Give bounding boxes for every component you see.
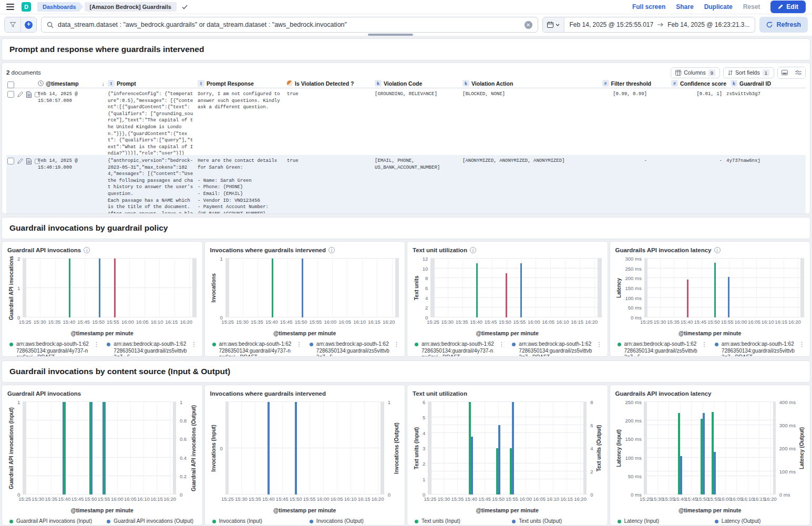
- plot-area[interactable]: [430, 259, 602, 317]
- columns-button[interactable]: Columns 9: [671, 67, 720, 78]
- chart-bar[interactable]: [103, 402, 105, 494]
- plot-area[interactable]: [427, 402, 587, 494]
- plot-area[interactable]: [225, 259, 399, 317]
- legend-item[interactable]: Text units (Output): [512, 518, 602, 525]
- legend-menu-icon[interactable]: ⋮: [596, 341, 602, 357]
- legend-menu-icon[interactable]: ⋮: [702, 341, 707, 357]
- edit-row-icon[interactable]: [17, 158, 24, 164]
- chart-bar[interactable]: [64, 402, 65, 494]
- duplicate-link[interactable]: Duplicate: [704, 3, 733, 11]
- chart-bar[interactable]: [268, 402, 270, 494]
- share-link[interactable]: Share: [676, 3, 693, 11]
- row-checkbox[interactable]: [7, 91, 14, 98]
- sort-desc-icon[interactable]: ↓: [102, 80, 108, 87]
- chart-bar[interactable]: [498, 425, 500, 494]
- plot-area[interactable]: [644, 402, 776, 494]
- legend-item[interactable]: Invocations (Output): [310, 518, 399, 525]
- display-settings-button[interactable]: [792, 67, 805, 78]
- column-header-violation-code[interactable]: kViolation Code: [375, 80, 462, 87]
- legend-menu-icon[interactable]: ⋮: [499, 341, 505, 357]
- full-screen-link[interactable]: Full screen: [632, 3, 665, 11]
- legend-item[interactable]: arn:aws:bedrock:ap-south-1:627286350134:…: [715, 341, 805, 357]
- chart-bar[interactable]: [114, 259, 116, 317]
- edit-button[interactable]: Edit: [770, 1, 806, 13]
- chart-bar[interactable]: [69, 259, 70, 317]
- info-icon[interactable]: i: [84, 247, 90, 253]
- chart-bar[interactable]: [90, 402, 91, 494]
- chart-bar[interactable]: [99, 259, 100, 317]
- menu-icon[interactable]: [6, 4, 14, 10]
- column-header-timestamp[interactable]: @timestamp ↓: [38, 80, 108, 87]
- chart-bar[interactable]: [512, 402, 514, 494]
- clear-query-icon[interactable]: ✕: [525, 21, 532, 29]
- legend-item[interactable]: arn:aws:bedrock:ap-south-1:627286350134:…: [9, 341, 99, 357]
- legend-item[interactable]: Latency (Output): [715, 518, 805, 525]
- column-header-response[interactable]: tPrompt Response: [198, 80, 287, 87]
- column-header-filter-threshold[interactable]: #Filter threshold: [599, 80, 651, 87]
- chart-bar[interactable]: [728, 277, 729, 317]
- calendar-button[interactable]: [543, 17, 564, 32]
- select-all-checkbox[interactable]: [7, 81, 14, 88]
- chart-bar[interactable]: [714, 452, 716, 494]
- legend-item[interactable]: arn:aws:bedrock:ap-south-1:627286350134:…: [512, 341, 602, 357]
- view-document-icon[interactable]: [25, 91, 32, 98]
- chart-bar[interactable]: [506, 273, 507, 317]
- legend-item[interactable]: Invocations (Input): [212, 518, 302, 525]
- breadcrumb-current[interactable]: [Amazon Bedrock] Guardrails: [85, 2, 177, 12]
- chart-bar[interactable]: [680, 456, 682, 494]
- filter-menu-button[interactable]: [5, 17, 20, 32]
- column-header-violation-action[interactable]: kViolation Action: [462, 80, 599, 87]
- legend-menu-icon[interactable]: ⋮: [296, 341, 302, 357]
- add-filter-button[interactable]: +: [20, 17, 36, 32]
- fullscreen-table-button[interactable]: [778, 67, 792, 78]
- search-input[interactable]: data_stream.dataset : "aws_bedrock.guard…: [41, 17, 538, 33]
- legend-menu-icon[interactable]: ⋮: [191, 341, 197, 357]
- view-document-icon[interactable]: [25, 158, 32, 164]
- legend-item[interactable]: arn:aws:bedrock:ap-south-1:627286350134:…: [212, 341, 302, 357]
- refresh-button[interactable]: Refresh: [759, 17, 808, 33]
- reset-link[interactable]: Reset: [743, 3, 760, 11]
- edit-row-icon[interactable]: [17, 91, 24, 98]
- chart-bar[interactable]: [272, 259, 273, 317]
- column-header-confidence-score[interactable]: #Confidence score: [651, 80, 726, 87]
- sort-fields-button[interactable]: Sort fields 1: [723, 67, 774, 78]
- legend-menu-icon[interactable]: ⋮: [94, 341, 99, 357]
- y-axis-tick: 0: [180, 492, 182, 498]
- legend-item[interactable]: arn:aws:bedrock:ap-south-1:627286350134:…: [618, 341, 707, 357]
- legend-item[interactable]: Guardrail API invocations (Output): [107, 518, 197, 525]
- chart-bar[interactable]: [476, 263, 478, 317]
- legend-item[interactable]: arn:aws:bedrock:ap-south-1:627286350134:…: [310, 341, 399, 357]
- column-header-guardrail-id[interactable]: kGuardrail ID: [726, 80, 810, 87]
- x-axis-tick: 15:25: [18, 496, 31, 502]
- chart-bar[interactable]: [302, 259, 303, 317]
- column-header-violation-detected[interactable]: Is Violation Detected ?: [287, 80, 375, 87]
- horizontal-scrollbar[interactable]: [368, 34, 413, 36]
- legend-menu-icon[interactable]: ⋮: [799, 341, 805, 357]
- chart-bar[interactable]: [471, 437, 473, 494]
- date-from[interactable]: Feb 14, 2025 @ 15:25:55.017: [570, 21, 654, 28]
- row-checkbox[interactable]: [7, 158, 14, 164]
- chart-bar[interactable]: [703, 413, 705, 494]
- column-header-prompt[interactable]: tPrompt: [108, 80, 198, 87]
- info-icon[interactable]: i: [714, 247, 721, 253]
- app-logo[interactable]: D: [22, 2, 31, 12]
- y-axis-title: Guardrail API invocations: [8, 256, 14, 320]
- chart-bar[interactable]: [295, 402, 297, 494]
- info-icon[interactable]: i: [328, 247, 335, 253]
- breadcrumb-dashboards[interactable]: Dashboards: [37, 2, 84, 12]
- chart-bar[interactable]: [687, 280, 688, 317]
- legend-item[interactable]: Latency (Input): [618, 518, 707, 525]
- plot-area[interactable]: [644, 259, 805, 317]
- date-to[interactable]: Feb 14, 2025 @ 16:23:21.3...: [667, 21, 749, 28]
- legend-item[interactable]: arn:aws:bedrock:ap-south-1:627286350134:…: [415, 341, 505, 357]
- plot-area[interactable]: [225, 402, 385, 494]
- legend-menu-icon[interactable]: ⋮: [394, 341, 399, 357]
- legend-item[interactable]: Text units (Input): [415, 518, 505, 525]
- legend-item[interactable]: Guardrail API invocations (Input): [9, 518, 99, 525]
- chart-bar[interactable]: [520, 263, 522, 317]
- plot-area[interactable]: [22, 259, 197, 317]
- plot-area[interactable]: [22, 402, 177, 494]
- legend-item[interactable]: arn:aws:bedrock:ap-south-1:627286350134:…: [107, 341, 197, 357]
- chart-bar[interactable]: [714, 263, 716, 317]
- info-icon[interactable]: i: [470, 247, 476, 253]
